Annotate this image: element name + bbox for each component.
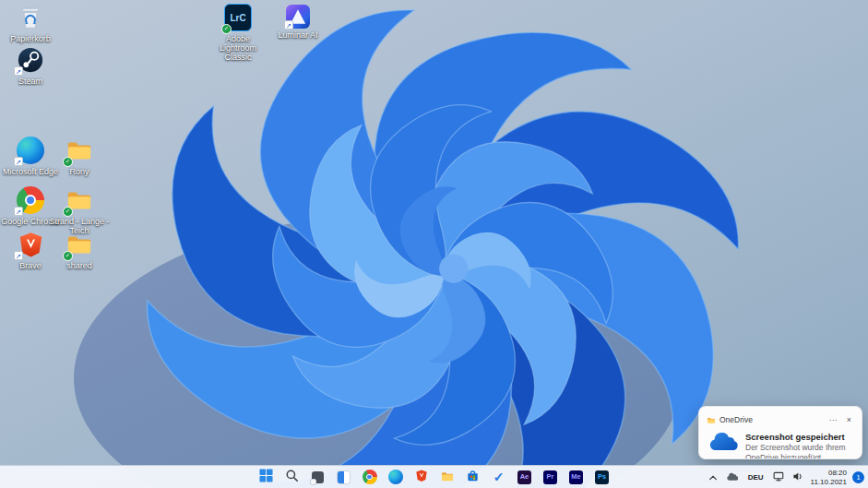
tray-time: 08:20 [828, 469, 847, 478]
shortcut-arrow-icon: ↗ [14, 207, 23, 216]
desktop-icon-label: Luminar AI [270, 30, 326, 40]
media-encoder-button[interactable]: Me [567, 468, 586, 486]
tray-date: 11.10.2021 [811, 478, 847, 487]
toast-close-button[interactable]: × [844, 416, 854, 424]
tray-overflow-button[interactable] [707, 469, 719, 487]
microsoft-store-button[interactable] [464, 468, 482, 486]
shortcut-arrow-icon: ↗ [14, 66, 23, 76]
desktop-icon-folder-rony[interactable]: ✓ Rony [48, 136, 111, 176]
taskbar-brave-button[interactable] [412, 468, 431, 486]
desktop-icon-label: Rony [48, 167, 111, 176]
file-explorer-button[interactable] [438, 468, 457, 486]
microsoft-edge-icon [388, 470, 403, 484]
start-button[interactable] [257, 468, 276, 486]
shortcut-arrow-icon: ↗ [14, 251, 23, 260]
onedrive-app-icon [707, 411, 716, 428]
windows-start-icon [259, 469, 273, 485]
photoshop-icon: Ps [595, 470, 609, 484]
microsoft-store-icon [466, 469, 480, 485]
folder-icon: ✓ [65, 185, 94, 215]
google-chrome-icon: ↗ [16, 185, 45, 215]
taskbar: ✓ Ae Pr Me Ps [0, 465, 868, 488]
folder-icon: ✓ [65, 230, 94, 259]
desktop-icon-label: Adobe Lightroom Classic [207, 34, 269, 62]
steam-icon: ↗ [16, 45, 45, 75]
volume-button[interactable] [791, 469, 805, 487]
premiere-pro-icon: Pr [543, 470, 557, 484]
synced-check-icon: ✓ [63, 207, 73, 217]
tray-onedrive-button[interactable] [725, 469, 740, 487]
desktop-icon-luminar-ai[interactable]: ↗ Luminar AI [268, 5, 327, 40]
speaker-icon [792, 470, 803, 484]
file-explorer-icon [440, 470, 455, 485]
synced-check-icon: ✓ [221, 24, 232, 34]
network-icon [773, 470, 784, 484]
task-view-icon [312, 471, 324, 483]
search-icon [285, 469, 299, 485]
checkmark-app-button[interactable]: ✓ [490, 468, 508, 486]
desktop-icon-label: Steam [0, 77, 62, 86]
google-chrome-icon [363, 470, 377, 484]
toast-title: Screenshot gespeichert [745, 432, 852, 442]
widgets-button[interactable] [335, 468, 353, 486]
shortcut-arrow-icon: ↗ [14, 157, 23, 166]
taskbar-chrome-button[interactable] [361, 468, 379, 486]
microsoft-edge-icon: ↗ [16, 136, 45, 165]
desktop-icon-recycle-bin[interactable]: Papierkorb [0, 3, 62, 43]
after-effects-button[interactable]: Ae [516, 468, 534, 486]
toast-message: Der Screenshot wurde Ihrem OneDrive hinz… [745, 443, 852, 459]
premiere-pro-button[interactable]: Pr [541, 468, 560, 486]
brave-icon [415, 469, 428, 485]
taskbar-edge-button[interactable] [386, 468, 405, 486]
shortcut-arrow-icon: ↗ [284, 20, 293, 30]
notification-badge[interactable]: 1 [852, 471, 864, 483]
lightroom-classic-icon: LrC ✓ [223, 3, 253, 32]
after-effects-icon: Ae [517, 470, 531, 484]
recycle-bin-icon [16, 3, 45, 32]
chevron-up-icon [708, 470, 718, 484]
desktop-icon-folder-strand-lange-teich[interactable]: ✓ Strand - Lange - Teich [48, 185, 111, 235]
folder-icon: ✓ [65, 136, 94, 165]
task-view-button[interactable] [309, 468, 327, 486]
synced-check-icon: ✓ [63, 157, 73, 167]
toast-app-name: OneDrive [719, 415, 823, 424]
onedrive-cloud-icon [707, 432, 739, 457]
language-indicator[interactable]: DEU [745, 469, 767, 487]
checkmark-icon: ✓ [493, 470, 505, 483]
onedrive-toast[interactable]: OneDrive ··· × Screenshot gespeichert De… [698, 406, 862, 459]
desktop-icon-lightroom-classic[interactable]: LrC ✓ Adobe Lightroom Classic [207, 3, 269, 62]
toast-more-button[interactable]: ··· [826, 416, 840, 424]
desktop-icon-folder-shared[interactable]: ✓ shared [48, 230, 111, 270]
search-button[interactable] [283, 468, 302, 486]
desktop-icon-label: shared [48, 261, 111, 270]
clock[interactable]: 08:20 11.10.2021 [811, 469, 847, 487]
photoshop-button[interactable]: Ps [593, 468, 612, 486]
network-button[interactable] [772, 469, 786, 487]
desktop-icon-label: Papierkorb [0, 34, 62, 43]
widgets-icon [337, 470, 351, 484]
brave-icon: ↗ [16, 230, 45, 259]
synced-check-icon: ✓ [63, 251, 73, 261]
luminar-ai-icon: ↗ [286, 5, 310, 29]
media-encoder-icon: Me [569, 470, 583, 484]
desktop-icon-steam[interactable]: ↗ Steam [0, 45, 62, 86]
onedrive-cloud-icon [726, 470, 738, 484]
